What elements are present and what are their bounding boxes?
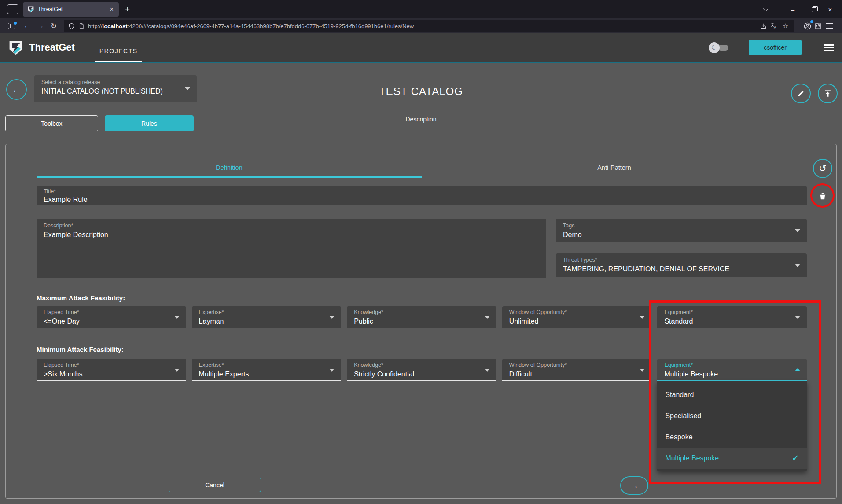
select-label: Expertise* <box>199 362 335 368</box>
extensions-puzzle-icon[interactable] <box>814 22 822 30</box>
min-feasibility-heading: Minimum Attack Feasibility: <box>37 346 124 353</box>
firefox-view-icon[interactable] <box>7 4 18 14</box>
max-elapsed-time-select[interactable]: Elapsed Time* <=One Day <box>37 306 186 328</box>
caret-down-icon <box>795 264 800 267</box>
max-feasibility-row: Elapsed Time* <=One Day Expertise* Layma… <box>37 306 807 328</box>
account-notification-dot <box>810 20 813 23</box>
min-elapsed-time-select[interactable]: Elapsed Time* >Six Months <box>37 359 186 381</box>
url-path: :4200/#/catalogs/094e46af-2669-4b77-a14a… <box>128 23 414 29</box>
app-menu-icon[interactable] <box>824 44 834 51</box>
cancel-button[interactable]: Cancel <box>169 478 261 492</box>
description-field-value: Example Description <box>44 231 539 239</box>
app-name: ThreatGet <box>29 42 75 53</box>
max-window-of-opportunity-select[interactable]: Window of Opportunity* Unlimited <box>502 306 652 328</box>
save-page-icon[interactable] <box>760 22 767 29</box>
description-field-label: Description* <box>44 223 539 229</box>
toolbox-tab-button[interactable]: Toolbox <box>5 115 98 131</box>
select-value: Unlimited <box>509 318 645 325</box>
option-label: Multiple Bespoke <box>665 448 719 469</box>
select-label: Window of Opportunity* <box>509 309 645 315</box>
account-icon[interactable] <box>803 22 812 30</box>
select-value: Strictly Confidential <box>354 370 489 378</box>
url-host: localhost <box>103 23 128 29</box>
url-bar[interactable]: http://localhost:4200/#/catalogs/094e46a… <box>64 20 794 32</box>
select-value: Public <box>354 318 489 325</box>
browser-tab-bar: ThreatGet × + – × <box>0 0 842 18</box>
back-icon[interactable]: ← <box>21 22 34 30</box>
user-button[interactable]: csofficer <box>749 40 802 55</box>
svg-text:A: A <box>774 26 776 29</box>
max-equipment-select[interactable]: Equipment* Standard <box>657 306 807 328</box>
select-label: Window of Opportunity* <box>509 362 645 368</box>
translate-icon[interactable]: A <box>770 22 777 29</box>
caret-down-icon <box>329 316 335 319</box>
pencil-icon <box>797 89 805 98</box>
new-tab-button[interactable]: + <box>125 4 130 14</box>
select-label: Expertise* <box>199 309 335 315</box>
select-label: Equipment* <box>664 362 800 368</box>
min-knowledge-select[interactable]: Knowledge* Strictly Confidential <box>347 359 496 381</box>
option-multiple-bespoke-selected[interactable]: Multiple Bespoke ✓ <box>657 448 807 469</box>
caret-down-icon <box>329 369 335 372</box>
caret-down-icon <box>174 316 180 319</box>
release-select-label: Select a catalog release <box>41 79 190 85</box>
tags-select-label: Tags <box>563 223 800 229</box>
browser-toolbar: ← → ↻ http://localhost:4200/#/catalogs/0… <box>0 18 842 33</box>
max-expertise-select[interactable]: Expertise* Layman <box>192 306 342 328</box>
delete-rule-annotation-circle[interactable] <box>810 183 835 208</box>
tab-list-chevron-icon[interactable] <box>763 6 768 11</box>
window-close-button[interactable]: × <box>823 6 838 13</box>
browser-menu-icon[interactable] <box>826 23 833 29</box>
bookmark-star-icon[interactable]: ☆ <box>781 22 790 30</box>
rules-tab-button[interactable]: Rules <box>105 115 194 131</box>
url-text: http://localhost:4200/#/catalogs/094e46a… <box>88 23 756 29</box>
window-minimize-button[interactable]: – <box>785 6 800 13</box>
select-label: Elapsed Time* <box>44 309 179 315</box>
min-equipment-select-open[interactable]: Equipment* Multiple Bespoke Standard Spe… <box>657 359 807 381</box>
option-bespoke[interactable]: Bespoke <box>657 427 807 448</box>
description-field[interactable]: Description* Example Description <box>37 219 546 278</box>
caret-down-icon <box>795 316 800 319</box>
caret-down-icon <box>640 369 645 372</box>
tab-anti-pattern[interactable]: Anti-Pattern <box>422 157 807 178</box>
min-window-of-opportunity-select[interactable]: Window of Opportunity* Difficult <box>502 359 652 381</box>
max-knowledge-select[interactable]: Knowledge* Public <box>347 306 496 328</box>
title-field-label: Title* <box>44 188 800 194</box>
select-value: Multiple Experts <box>199 370 335 378</box>
select-value: <=One Day <box>44 318 179 325</box>
notification-dot <box>14 22 17 25</box>
select-label: Knowledge* <box>354 309 489 315</box>
tab-definition[interactable]: Definition <box>37 157 422 178</box>
title-field-value: Example Rule <box>44 196 800 204</box>
page-content: ← Select a catalog release INITIAL CATAL… <box>0 63 842 504</box>
page-title: TEST CATALOG <box>0 85 842 98</box>
upload-icon <box>824 89 832 98</box>
option-specialised[interactable]: Specialised <box>657 405 807 427</box>
edit-catalog-button[interactable] <box>791 84 811 103</box>
title-field[interactable]: Title* Example Rule <box>37 186 807 205</box>
reset-rule-button[interactable]: ↺ <box>813 159 832 178</box>
page-info-icon[interactable] <box>78 23 85 29</box>
next-button[interactable]: → <box>620 476 648 495</box>
tab-close-icon[interactable]: × <box>109 6 114 13</box>
sidebar-icon[interactable] <box>8 23 15 29</box>
threat-types-value: TAMPERING, REPUDIATION, DENIAL OF SERVIC… <box>563 265 800 273</box>
trash-icon <box>818 191 827 201</box>
publish-catalog-button[interactable] <box>818 84 838 103</box>
shield-icon[interactable] <box>68 23 75 29</box>
min-expertise-select[interactable]: Expertise* Multiple Experts <box>192 359 342 381</box>
tags-select[interactable]: Tags Demo <box>556 219 807 242</box>
browser-tab[interactable]: ThreatGet × <box>23 2 119 17</box>
forward-icon[interactable]: → <box>34 22 47 30</box>
select-label: Equipment* <box>664 309 800 315</box>
tab-title: ThreatGet <box>38 6 106 12</box>
caret-down-icon <box>485 316 490 319</box>
window-maximize-button[interactable] <box>812 7 816 12</box>
dark-mode-toggle[interactable]: ☾ <box>709 42 728 53</box>
threat-types-select[interactable]: Threat Types* TAMPERING, REPUDIATION, DE… <box>556 253 807 277</box>
option-standard[interactable]: Standard <box>657 384 807 405</box>
max-feasibility-heading: Maximum Attack Feasibility: <box>37 294 125 302</box>
caret-down-icon <box>174 369 180 372</box>
reload-icon[interactable]: ↻ <box>47 22 60 31</box>
nav-item-projects[interactable]: PROJECTS <box>95 47 142 62</box>
